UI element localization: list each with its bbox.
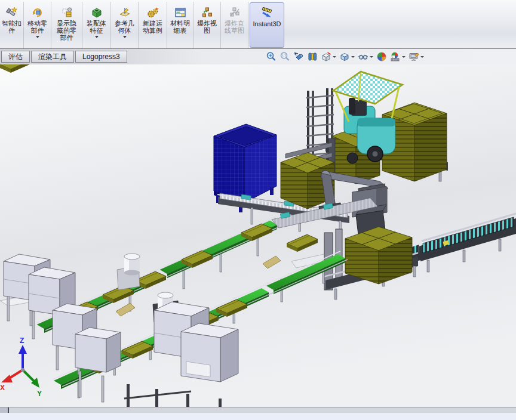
ribbon-button-assembly-features[interactable]: 装配体特征 <box>82 2 111 48</box>
ribbon-button-label: 智能扣件 <box>0 20 24 34</box>
edit-appearance-button[interactable] <box>389 51 406 63</box>
ribbon-button-instant3d[interactable]: Instant3D <box>250 2 284 48</box>
command-manager-tab-band: 评估 渲染工具 Logopress3 <box>0 49 516 64</box>
ribbon-button-reference-geometry[interactable]: 参考几何体 <box>111 2 139 48</box>
ribbon-button-label: 移动零部件 <box>25 20 50 34</box>
pallet-stack[interactable] <box>345 227 412 284</box>
ribbon-button-label: 显示隐藏的零部件 <box>54 20 79 41</box>
show-hidden-components-icon <box>61 5 73 20</box>
edit-appearance-icon <box>390 51 401 62</box>
ribbon-button-label: 爆炸直线草图 <box>222 20 247 34</box>
display-style-button[interactable] <box>339 51 355 63</box>
ribbon-empty-area <box>285 2 516 48</box>
instant3d-icon <box>260 6 274 20</box>
dropdown-arrow-icon <box>402 56 406 58</box>
ribbon-button-label: 装配体特征 <box>84 20 109 34</box>
horizontal-scrollbar[interactable] <box>0 407 516 413</box>
bill-of-materials-icon <box>174 5 186 20</box>
assembly-features-icon <box>91 5 103 20</box>
ribbon-button-label: Instant3D <box>250 20 284 27</box>
move-component-icon <box>32 5 44 20</box>
tab-render-tools[interactable]: 渲染工具 <box>31 51 74 63</box>
hide-show-items-icon <box>358 51 368 62</box>
new-motion-study-icon <box>147 5 159 20</box>
ribbon-button-explode-line-sketch: 爆炸直线草图 <box>221 2 248 48</box>
tab-logopress3[interactable]: Logopress3 <box>75 51 127 63</box>
zoom-to-fit-icon <box>266 51 277 62</box>
ribbon-button-label: 参考几何体 <box>112 20 137 34</box>
triad-z-label: Z <box>20 336 24 345</box>
ribbon-button-show-hidden-components[interactable]: 显示隐藏的零部件 <box>51 2 82 48</box>
exploded-view-icon <box>201 5 213 20</box>
section-view-button[interactable] <box>306 51 318 63</box>
triad-x-label: X <box>0 384 5 392</box>
zoom-to-area-icon <box>280 51 290 62</box>
dropdown-arrow-icon <box>420 56 424 58</box>
tab-evaluate[interactable]: 评估 <box>1 51 30 63</box>
ribbon-button-label: 爆炸视图 <box>195 20 220 34</box>
smart-fasteners-icon <box>6 5 18 20</box>
display-style-icon <box>339 51 350 62</box>
reference-geometry-icon <box>119 5 131 20</box>
view-settings-button[interactable] <box>408 51 425 63</box>
tab-label: 评估 <box>8 52 23 62</box>
view-settings-icon <box>408 51 419 62</box>
zoom-to-area-button[interactable] <box>279 51 291 63</box>
tab-label: 渲染工具 <box>38 52 67 62</box>
ribbon-button-move-component[interactable]: 移动零部件 <box>24 2 51 48</box>
ribbon-button-smart-fasteners[interactable]: 智能扣件 <box>0 2 24 48</box>
tab-label: Logopress3 <box>82 52 120 61</box>
solidworks-window: 智能扣件 移动零部件 显示隐藏的零部件 装配体特征 <box>0 0 516 420</box>
dropdown-arrow-icon <box>370 56 373 58</box>
dropdown-arrow-icon <box>123 36 127 38</box>
view-orientation-button[interactable] <box>320 51 337 63</box>
section-view-icon <box>307 51 318 62</box>
view-orientation-icon <box>321 51 331 62</box>
ribbon-button-label: 新建运动算例 <box>140 20 165 34</box>
previous-view-icon <box>293 51 304 62</box>
dropdown-arrow-icon <box>333 56 336 58</box>
assembly-model-view: Z X Y <box>0 64 516 407</box>
explode-line-sketch-icon <box>229 5 241 20</box>
ribbon-button-exploded-view[interactable]: 爆炸视图 <box>194 2 221 48</box>
apply-scene-button[interactable] <box>376 51 388 63</box>
pane-splitter-handle[interactable] <box>0 407 9 413</box>
previous-view-button[interactable] <box>293 51 305 63</box>
hide-show-items-button[interactable] <box>357 51 374 63</box>
command-manager-ribbon: 智能扣件 移动零部件 显示隐藏的零部件 装配体特征 <box>0 0 516 49</box>
zoom-to-fit-button[interactable] <box>265 51 277 63</box>
graphics-viewport[interactable]: Z X Y <box>0 64 516 407</box>
ribbon-button-label: 材料明细表 <box>168 20 193 34</box>
dropdown-arrow-icon <box>36 36 39 38</box>
triad-y-label: Y <box>37 390 42 398</box>
dropdown-arrow-icon <box>95 36 99 38</box>
dropdown-arrow-icon <box>351 56 355 58</box>
heads-up-view-toolbar <box>265 49 425 64</box>
apply-scene-icon <box>376 51 387 62</box>
ribbon-button-bill-of-materials[interactable]: 材料明细表 <box>167 2 194 48</box>
ribbon-button-new-motion-study[interactable]: 新建运动算例 <box>139 2 167 48</box>
status-bar <box>0 413 516 420</box>
